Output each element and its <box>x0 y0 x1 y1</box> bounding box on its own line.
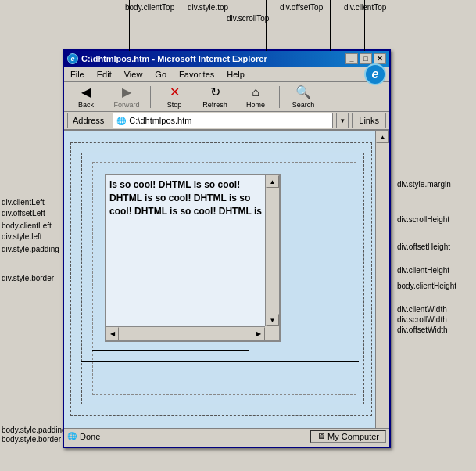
annotation-div-style-margin: div.style.margin <box>397 180 451 189</box>
annotation-body-style-border: body.style.border <box>2 435 61 444</box>
annotation-body-client-left: body.clientLeft <box>2 221 52 230</box>
annotation-div-style-border: div.style.border <box>2 274 54 282</box>
maximize-button[interactable]: □ <box>360 53 372 64</box>
toolbar: ◀ Back ▶ Forward ✕ Stop ↻ Refresh ⌂ Home… <box>64 82 389 112</box>
vline-div-style-top <box>202 0 202 51</box>
content-area: is so cool! DHTML is so cool! DHTML is s… <box>64 131 389 444</box>
annotation-div-client-height: div.clientHeight <box>397 266 449 275</box>
annotation-body-client-height: body.clientHeight <box>397 282 456 290</box>
v-scrollbar[interactable]: ▲ ▼ <box>265 175 279 326</box>
menu-favorites[interactable]: Favorites <box>176 69 217 80</box>
close-button[interactable]: ✕ <box>374 53 386 64</box>
forward-label: Forward <box>113 101 139 109</box>
annotation-div-style-left: div.style.left <box>2 232 42 241</box>
minimize-button[interactable]: _ <box>345 53 358 64</box>
h-measure-line-1 <box>92 350 249 351</box>
main-scrollbar[interactable]: ▲ ▼ <box>375 131 389 444</box>
annotation-div-client-left: div.clientLeft <box>2 198 45 207</box>
home-label: Home <box>246 101 265 109</box>
address-bar: Address 🌐 C:\dhtmlpos.htm ▼ Links <box>64 112 389 131</box>
search-button[interactable]: 🔍 Search <box>285 84 322 110</box>
address-value: C:\dhtmlpos.htm <box>129 116 191 125</box>
annotation-div-style-top: div.style.top <box>188 3 228 12</box>
div-text-area: is so cool! DHTML is so cool! DHTML is s… <box>109 178 263 325</box>
annotation-div-offset-width: div.offsetWidth <box>397 325 448 334</box>
title-bar: e C:\dhtmlpos.htm - Microsoft Internet E… <box>64 51 389 67</box>
stop-button[interactable]: ✕ Stop <box>156 84 193 110</box>
back-button[interactable]: ◀ Back <box>67 84 105 110</box>
search-label: Search <box>292 101 315 109</box>
scroll-div[interactable]: is so cool! DHTML is so cool! DHTML is s… <box>105 174 281 342</box>
menu-edit[interactable]: Edit <box>94 69 115 80</box>
forward-button[interactable]: ▶ Forward <box>108 84 145 110</box>
annotation-client-top-right: div.clientTop <box>344 3 386 12</box>
ie-logo: e <box>364 63 386 85</box>
vline-div-offset-top <box>266 0 267 51</box>
annotation-div-offset-height: div.offsetHeight <box>397 243 450 251</box>
back-label: Back <box>78 101 94 109</box>
toolbar-separator-2 <box>279 86 280 108</box>
menu-view[interactable]: View <box>121 69 146 80</box>
title-bar-buttons: _ □ ✕ <box>345 53 386 64</box>
status-zone: 🖥 My Computer <box>310 430 386 443</box>
menu-help[interactable]: Help <box>224 69 248 80</box>
page-content: is so cool! DHTML is so cool! DHTML is s… <box>64 131 389 444</box>
annotation-body-client-top: body.clientTop <box>125 3 174 12</box>
annotation-div-offset-left: div.offsetLeft <box>2 209 45 218</box>
div-text-content: is so cool! DHTML is so cool! DHTML is s… <box>109 178 263 218</box>
annotation-div-style-padding: div.style.padding <box>2 245 59 253</box>
links-button[interactable]: Links <box>352 113 386 128</box>
scrollbar-corner <box>265 326 279 340</box>
annotation-body-style-padding: body.style.padding <box>2 426 66 434</box>
status-bar: 🌐 Done 🖥 My Computer <box>64 428 389 444</box>
vline-div-scroll-top <box>330 0 331 51</box>
home-button[interactable]: ⌂ Home <box>237 84 274 110</box>
window-title: C:\dhtmlpos.htm - Microsoft Internet Exp… <box>81 54 267 63</box>
menu-file[interactable]: File <box>67 69 88 80</box>
vline-body-client-top <box>129 0 130 51</box>
menu-go[interactable]: Go <box>152 69 170 80</box>
vline-client-top-right <box>364 0 365 51</box>
annotation-div-offset-top: div.offsetTop <box>280 3 323 12</box>
refresh-label: Refresh <box>202 101 227 109</box>
refresh-button[interactable]: ↻ Refresh <box>196 84 234 110</box>
browser-window: e C:\dhtmlpos.htm - Microsoft Internet E… <box>63 49 391 448</box>
toolbar-separator-1 <box>150 86 151 108</box>
address-label: Address <box>67 113 109 128</box>
status-text: Done <box>80 432 100 441</box>
annotation-div-scroll-width: div.scrollWidth <box>397 315 447 324</box>
address-input[interactable]: 🌐 C:\dhtmlpos.htm <box>113 113 333 128</box>
zone-text: My Computer <box>327 432 379 441</box>
annotation-div-scroll-height: div.scrollHeight <box>397 215 449 224</box>
stop-label: Stop <box>167 101 182 109</box>
annotation-div-scroll-top: div.scrollTop <box>227 14 269 23</box>
ie-icon: e <box>67 53 78 64</box>
menu-bar: File Edit View Go Favorites Help e <box>64 67 389 82</box>
annotation-div-client-width: div.clientWidth <box>397 305 447 314</box>
address-dropdown[interactable]: ▼ <box>336 113 349 128</box>
h-measure-line-2 <box>81 361 359 362</box>
h-scrollbar[interactable]: ◀ ▶ <box>106 326 265 340</box>
